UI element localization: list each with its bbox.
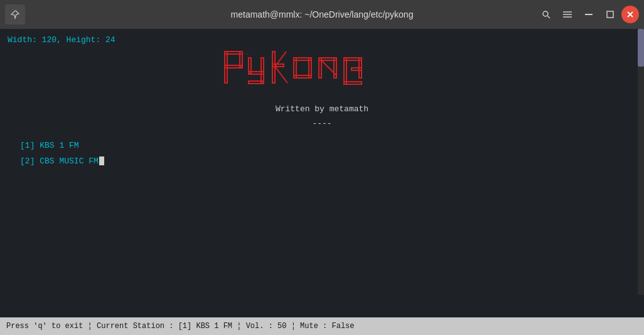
menu-button[interactable] (557, 4, 577, 25)
svg-line-1 (548, 16, 550, 19)
pin-button[interactable] (5, 4, 25, 25)
station-item-1: [1] KBS 1 FM (20, 141, 636, 150)
written-by-text: Written by metamath (8, 104, 636, 114)
station-2-num: 2 (25, 157, 30, 166)
terminal-content: Width: 120, Height: 24 (0, 29, 644, 317)
station-1-name: KBS 1 FM (40, 141, 78, 150)
search-button[interactable] (536, 4, 556, 25)
terminal-cursor (99, 157, 104, 165)
maximize-button[interactable] (600, 4, 620, 25)
station-1-bracket: [ (20, 141, 25, 150)
separator-text: ---- (8, 119, 636, 128)
terminal: Width: 120, Height: 24 (0, 29, 644, 317)
svg-point-0 (543, 11, 548, 16)
station-list: [1] KBS 1 FM [2] CBS MUSIC FM (8, 141, 636, 166)
minimize-button[interactable] (579, 4, 599, 25)
statusbar: Press 'q' to exit ¦ Current Station : [1… (0, 317, 644, 335)
svg-rect-18 (272, 64, 284, 67)
pykong-ascii-art (218, 47, 426, 104)
window-title: metamath@mmlx: ~/OneDrive/lang/etc/pykon… (231, 9, 414, 19)
titlebar: metamath@mmlx: ~/OneDrive/lang/etc/pykon… (0, 0, 644, 29)
svg-rect-29 (344, 58, 346, 84)
statusbar-text: Press 'q' to exit ¦ Current Station : [1… (6, 322, 355, 331)
station-item-2: [2] CBS MUSIC FM (20, 157, 636, 166)
svg-rect-14 (261, 58, 264, 83)
station-1-num: 1 (25, 141, 30, 150)
svg-rect-6 (607, 11, 613, 18)
scrollbar-thumb[interactable] (638, 29, 644, 67)
scrollbar[interactable] (638, 29, 644, 295)
station-1-bracket-close: ] (30, 141, 40, 150)
station-2-bracket: [ (20, 157, 25, 166)
close-button[interactable] (621, 6, 639, 23)
dimension-info: Width: 120, Height: 24 (8, 34, 636, 47)
station-2-bracket-close: ] (30, 157, 40, 166)
window-controls (536, 4, 639, 25)
ascii-art-container (8, 47, 636, 104)
station-2-name: CBS MUSIC FM (40, 157, 99, 166)
svg-line-20 (275, 67, 287, 83)
svg-rect-32 (352, 68, 362, 70)
